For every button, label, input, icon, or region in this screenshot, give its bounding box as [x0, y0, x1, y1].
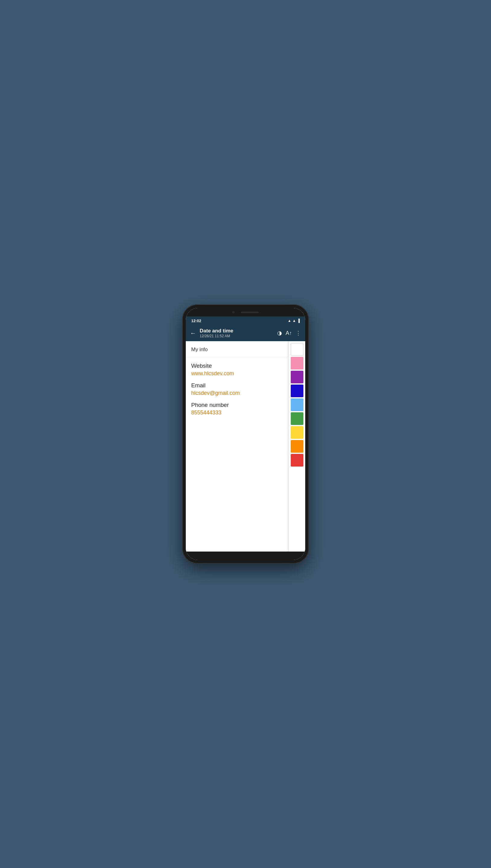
status-time: 12:02 — [191, 318, 201, 323]
main-panel: My info Website www.hlcsdev.com Email hl… — [186, 341, 288, 552]
app-bar-title-area: Date and time 12/26/21 11:52 AM — [200, 328, 277, 338]
brightness-icon[interactable]: ◑ — [277, 330, 282, 336]
back-button[interactable]: ← — [190, 330, 196, 337]
status-bar: 12:02 ▲ ▲ ▐ — [186, 316, 305, 325]
contact-section: Website www.hlcsdev.com Email hlcsdev@gm… — [186, 357, 288, 427]
color-swatch-white[interactable] — [291, 343, 304, 355]
wifi-icon: ▲ — [288, 318, 291, 323]
status-icons: ▲ ▲ ▐ — [288, 318, 300, 323]
more-options-icon[interactable]: ⋮ — [295, 330, 301, 336]
my-info-section: My info — [186, 341, 288, 357]
email-value[interactable]: hlcsdev@gmail.com — [191, 390, 283, 396]
website-label: Website — [191, 363, 283, 369]
camera-bar — [186, 308, 305, 316]
color-swatch-yellow[interactable] — [291, 426, 304, 439]
color-swatch-purple[interactable] — [291, 371, 304, 383]
my-info-label: My info — [191, 347, 208, 352]
email-label: Email — [191, 382, 283, 389]
color-picker-panel — [288, 341, 305, 552]
color-swatch-red[interactable] — [291, 454, 304, 467]
app-bar: ← Date and time 12/26/21 11:52 AM ◑ A↑ ⋮ — [186, 325, 305, 341]
text-size-icon[interactable]: A↑ — [286, 330, 292, 336]
content-area: My info Website www.hlcsdev.com Email hl… — [186, 341, 305, 552]
color-swatch-orange[interactable] — [291, 440, 304, 453]
app-bar-title: Date and time — [200, 328, 277, 334]
camera-dot — [232, 311, 235, 313]
phone-value[interactable]: 8555444333 — [191, 410, 283, 416]
color-swatch-pink[interactable] — [291, 357, 304, 370]
app-bar-subtitle: 12/26/21 11:52 AM — [200, 334, 277, 338]
speaker-bar — [241, 312, 259, 313]
phone-screen: 12:02 ▲ ▲ ▐ ← Date and time 12/26/21 11:… — [186, 308, 305, 560]
phone-frame: 12:02 ▲ ▲ ▐ ← Date and time 12/26/21 11:… — [182, 304, 309, 564]
battery-icon: ▐ — [297, 318, 300, 323]
signal-icon: ▲ — [293, 318, 296, 323]
website-value[interactable]: www.hlcsdev.com — [191, 370, 283, 377]
color-swatch-blue[interactable] — [291, 384, 304, 397]
bottom-bar — [186, 552, 305, 560]
app-bar-actions: ◑ A↑ ⋮ — [277, 330, 301, 336]
phone-label: Phone number — [191, 402, 283, 408]
color-swatch-green[interactable] — [291, 412, 304, 425]
color-swatch-light-blue[interactable] — [291, 398, 304, 411]
